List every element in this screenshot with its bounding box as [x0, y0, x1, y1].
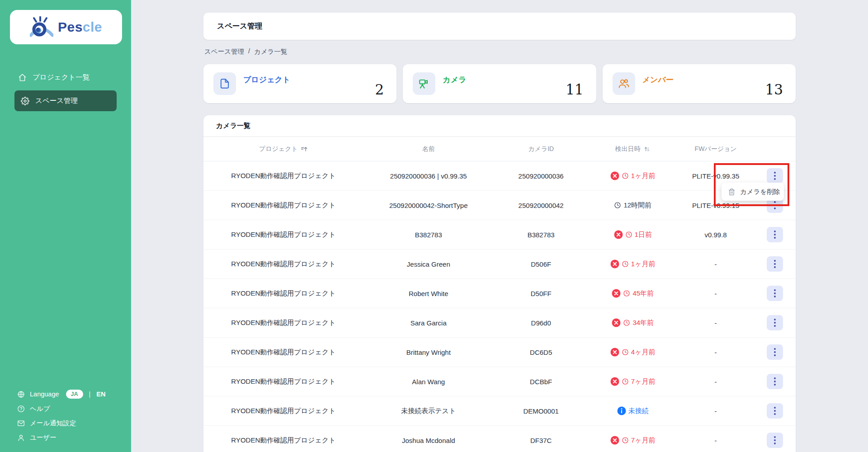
- cell-actions: [754, 403, 796, 419]
- stat-label: プロジェクト: [243, 75, 290, 85]
- logo-text: Pescle: [58, 19, 102, 35]
- cell-actions: [754, 374, 796, 389]
- clock-icon: [622, 437, 629, 444]
- clock-icon: [622, 260, 629, 268]
- cell-fw-version: -: [677, 290, 754, 297]
- folder-icon: [213, 72, 236, 95]
- sidebar-footer: Language JA | EN ヘルプ メール通知設定: [0, 390, 131, 452]
- cell-detected-status: 4ヶ月前: [588, 348, 677, 357]
- row-menu-button[interactable]: [767, 286, 783, 301]
- cell-detected-status: 7ヶ月前: [588, 436, 677, 445]
- globe-icon: [17, 391, 25, 398]
- error-icon: [612, 289, 621, 298]
- clock-icon: [622, 378, 629, 385]
- row-menu-button[interactable]: [767, 227, 783, 242]
- cell-camera-id: D96d0: [494, 319, 589, 327]
- cell-actions: [754, 227, 796, 242]
- cell-name: 250920000036 | v0.99.35: [363, 172, 494, 180]
- column-header-project[interactable]: プロジェクト: [203, 145, 363, 153]
- cell-project: RYODEN動作確認用プロジェクト: [203, 201, 363, 210]
- sort-arrows-icon: [643, 146, 651, 153]
- cell-fw-version: -: [677, 348, 754, 356]
- detected-text: 45年前: [632, 289, 654, 298]
- trash-icon: [728, 188, 736, 196]
- table-row: RYODEN動作確認用プロジェクト 未接続表示テスト DEMO0001 未接続 …: [203, 396, 796, 426]
- cell-fw-version: v0.99.8: [677, 231, 754, 239]
- row-menu-button[interactable]: [767, 315, 783, 330]
- breadcrumb-separator: /: [248, 47, 250, 56]
- context-menu-delete-camera[interactable]: カメラを削除: [722, 183, 784, 201]
- row-menu-button[interactable]: [767, 433, 783, 448]
- stat-label: メンバー: [642, 75, 674, 85]
- cell-fw-version: -: [677, 437, 754, 444]
- row-menu-button[interactable]: [767, 344, 783, 360]
- kebab-icon: [774, 436, 776, 444]
- kebab-icon: [774, 348, 776, 356]
- cell-detected-status: 34年前: [588, 318, 677, 327]
- detected-text: 4ヶ月前: [631, 348, 656, 357]
- detected-text: 1ヶ月前: [631, 260, 656, 268]
- cell-actions: [754, 168, 796, 184]
- error-icon: [610, 436, 619, 445]
- detected-text: 34年前: [632, 319, 654, 327]
- table-row: RYODEN動作確認用プロジェクト Brittany Wright DC6D5 …: [203, 338, 796, 367]
- lang-en-button[interactable]: EN: [96, 391, 105, 398]
- table-row: RYODEN動作確認用プロジェクト Robert White D50FF 45年…: [203, 279, 796, 308]
- cell-name: B382783: [363, 231, 494, 239]
- stat-card-cameras: カメラ 11: [403, 64, 596, 103]
- stat-card-members: メンバー 13: [603, 64, 796, 103]
- row-menu-button[interactable]: [767, 374, 783, 389]
- help-item[interactable]: ヘルプ: [17, 405, 131, 413]
- row-menu-button[interactable]: [767, 403, 783, 419]
- row-menu-button[interactable]: [767, 256, 783, 272]
- table-row: RYODEN動作確認用プロジェクト Sara Garcia D96d0 34年前…: [203, 308, 796, 338]
- error-icon: [610, 171, 619, 180]
- column-header-detected[interactable]: 検出日時: [588, 145, 677, 153]
- detected-text: 1日前: [635, 231, 652, 239]
- mail-settings-item[interactable]: メール通知設定: [17, 419, 131, 428]
- table-row: RYODEN動作確認用プロジェクト B382783 B382783 1日前 v0…: [203, 220, 796, 250]
- error-icon: [610, 259, 619, 268]
- cell-fw-version: -: [677, 378, 754, 386]
- table-row: RYODEN動作確認用プロジェクト Alan Wang DCBbF 7ヶ月前 -: [203, 367, 796, 396]
- sidebar-item-label: スペース管理: [35, 96, 78, 106]
- language-switcher: Language JA | EN: [17, 390, 131, 399]
- sidebar-item-label: プロジェクト一覧: [33, 73, 90, 82]
- eye-logo-icon: [30, 16, 53, 38]
- sidebar-item-space-management[interactable]: スペース管理: [14, 90, 117, 111]
- cell-camera-id: D506F: [494, 260, 589, 268]
- clock-icon: [622, 172, 629, 179]
- cell-name: Alan Wang: [363, 378, 494, 386]
- cell-detected-status: 1ヶ月前: [588, 171, 677, 180]
- stat-card-projects: プロジェクト 2: [203, 64, 396, 103]
- cell-name: Robert White: [363, 290, 494, 297]
- cell-name: Sara Garcia: [363, 319, 494, 327]
- cell-camera-id: DCBbF: [494, 378, 589, 386]
- sidebar-nav: プロジェクト一覧 スペース管理: [0, 68, 131, 111]
- breadcrumb: スペース管理 / カメラ一覧: [203, 47, 796, 56]
- lang-divider: |: [89, 391, 91, 398]
- row-menu-button[interactable]: [767, 168, 783, 184]
- mail-settings-label: メール通知設定: [30, 419, 76, 428]
- clock-icon: [623, 290, 630, 297]
- language-label: Language: [30, 391, 59, 398]
- help-icon: [17, 405, 25, 413]
- column-header-name: 名前: [363, 145, 494, 153]
- detected-text: 1ヶ月前: [631, 172, 656, 180]
- breadcrumb-space-management[interactable]: スペース管理: [204, 47, 244, 56]
- kebab-icon: [774, 407, 776, 415]
- gear-icon: [21, 97, 29, 105]
- cell-camera-id: DF37C: [494, 437, 589, 444]
- cell-fw-version: PLITE-v0.99.15: [677, 202, 754, 209]
- cell-fw-version: PLITE-v0.99.35: [677, 172, 754, 180]
- cell-detected-status: 45年前: [588, 289, 677, 298]
- error-icon: [610, 348, 619, 357]
- stat-value: 13: [765, 81, 783, 98]
- stat-value: 11: [566, 81, 583, 98]
- user-item[interactable]: ユーザー: [17, 433, 131, 442]
- camera-table-header: プロジェクト 名前 カメラID 検出日時 FWバージョン: [203, 137, 796, 161]
- sidebar-item-projects[interactable]: プロジェクト一覧: [0, 68, 131, 87]
- user-icon: [17, 434, 25, 442]
- lang-ja-button[interactable]: JA: [66, 390, 83, 399]
- table-row: RYODEN動作確認用プロジェクト Jessica Green D506F 1ヶ…: [203, 250, 796, 279]
